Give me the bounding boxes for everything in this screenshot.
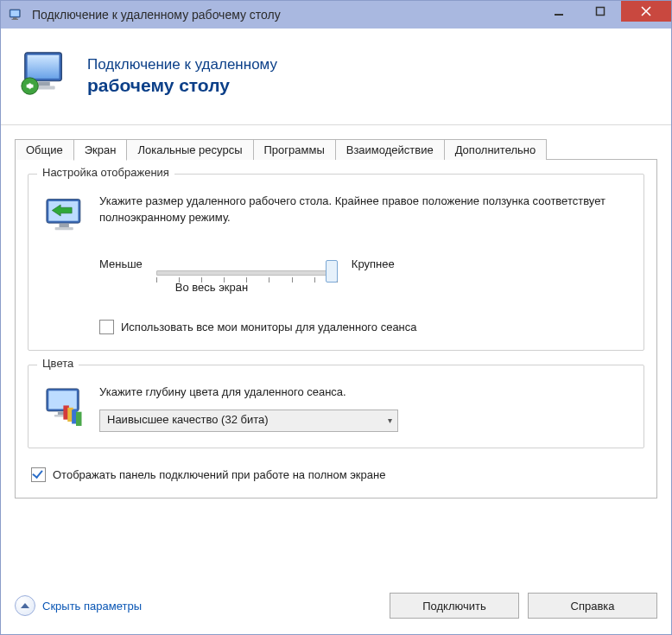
svg-rect-4	[555, 14, 563, 16]
group-colors-legend: Цвета	[37, 357, 79, 370]
slider-label-more: Крупнее	[352, 257, 395, 270]
svg-rect-5	[597, 8, 605, 16]
app-icon	[8, 7, 23, 22]
connect-button[interactable]: Подключить	[390, 593, 519, 619]
close-button[interactable]	[621, 1, 671, 22]
hide-options-label: Скрыть параметры	[42, 600, 142, 613]
svg-rect-22	[76, 412, 82, 426]
resolution-slider[interactable]	[156, 262, 338, 267]
header-banner: Подключение к удаленному рабочему столу	[1, 29, 671, 125]
group-display-config: Настройка отображения Укажите размер уда…	[28, 174, 644, 351]
use-all-monitors-label: Использовать все мои мониторы для удален…	[121, 321, 417, 333]
svg-rect-2	[13, 17, 17, 19]
tab-advanced[interactable]: Дополнительно	[444, 139, 548, 160]
show-connection-bar-checkbox[interactable]	[31, 467, 46, 482]
tab-display[interactable]: Экран	[73, 139, 128, 161]
header-line1: Подключение к удаленному	[87, 56, 277, 73]
colors-desc: Укажите глубину цвета для удаленного сеа…	[99, 384, 630, 401]
group-display-legend: Настройка отображения	[37, 166, 174, 179]
chevron-up-icon	[15, 595, 35, 616]
button-row: Подключить Справка	[390, 593, 657, 619]
minimize-button[interactable]	[538, 1, 580, 22]
svg-rect-8	[38, 82, 50, 86]
svg-rect-3	[12, 19, 19, 20]
header-text: Подключение к удаленному рабочему столу	[87, 56, 277, 96]
tab-experience[interactable]: Взаимодействие	[335, 139, 445, 160]
svg-rect-1	[10, 10, 19, 16]
maximize-button[interactable]	[580, 1, 621, 22]
caption-buttons	[538, 1, 671, 22]
color-depth-icon	[42, 384, 87, 429]
resolution-slider-row: Меньше Крупнее	[99, 257, 630, 270]
header-line2: рабочему столу	[87, 75, 277, 96]
tab-local-resources[interactable]: Локальные ресурсы	[126, 139, 253, 160]
svg-rect-14	[55, 227, 73, 230]
color-depth-combo[interactable]: Наивысшее качество (32 бита) ▾	[99, 410, 398, 432]
monitor-size-icon	[42, 194, 87, 238]
rdc-logo-icon	[18, 48, 72, 104]
titlebar[interactable]: Подключение к удаленному рабочему столу	[1, 1, 671, 29]
rdc-window: Подключение к удаленному рабочему столу	[0, 0, 672, 635]
tab-programs[interactable]: Программы	[253, 139, 336, 160]
tab-panel-display: Настройка отображения Укажите размер уда…	[15, 159, 657, 498]
use-all-monitors-row[interactable]: Использовать все мои мониторы для удален…	[99, 320, 630, 334]
svg-rect-7	[28, 55, 60, 79]
group-colors: Цвета	[28, 365, 644, 448]
display-desc: Укажите размер удаленного рабочего стола…	[99, 194, 630, 226]
color-depth-value: Наивысшее качество (32 бита)	[107, 412, 269, 429]
svg-rect-13	[60, 224, 69, 227]
hide-options-link[interactable]: Скрыть параметры	[15, 595, 142, 616]
slider-thumb[interactable]	[326, 260, 338, 283]
svg-rect-16	[48, 391, 77, 409]
tab-general[interactable]: Общие	[15, 139, 74, 160]
slider-label-less: Меньше	[99, 257, 143, 270]
client-area: Общие Экран Локальные ресурсы Программы …	[1, 125, 671, 509]
bottom-bar: Скрыть параметры Подключить Справка	[15, 593, 657, 619]
use-all-monitors-checkbox[interactable]	[99, 320, 114, 334]
chevron-down-icon: ▾	[388, 415, 392, 428]
help-button[interactable]: Справка	[528, 593, 657, 619]
tab-strip: Общие Экран Локальные ресурсы Программы …	[15, 137, 657, 160]
show-connection-bar-label: Отображать панель подключений при работе…	[53, 468, 385, 481]
show-connection-bar-row[interactable]: Отображать панель подключений при работе…	[31, 467, 641, 482]
window-title: Подключение к удаленному рабочему столу	[32, 8, 281, 22]
